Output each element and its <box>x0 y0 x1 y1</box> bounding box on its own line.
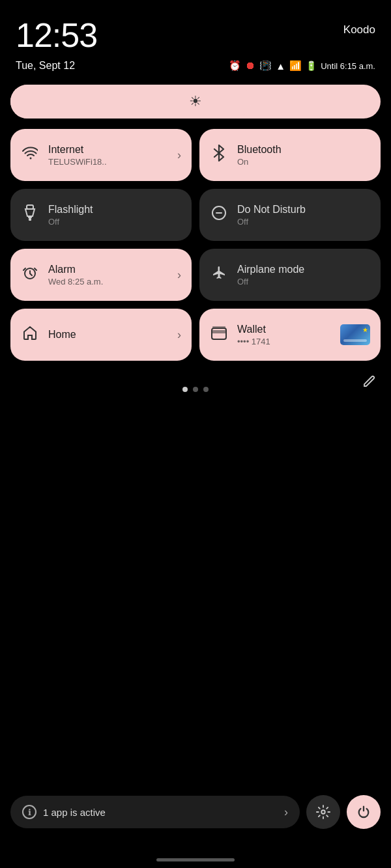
tile-flashlight[interactable]: Flashlight Off <box>10 189 192 241</box>
svg-rect-2 <box>28 216 32 218</box>
dot-1 <box>182 387 188 392</box>
flashlight-title: Flashlight <box>48 203 181 216</box>
dnd-text: Do Not Disturb Off <box>237 203 370 227</box>
wallet-subtitle: •••• 1741 <box>237 337 331 346</box>
wifi-icon <box>21 145 39 165</box>
alarm-title: Alarm <box>48 263 168 275</box>
tile-alarm[interactable]: Alarm Wed 8:25 a.m. › <box>10 249 192 301</box>
bluetooth-title: Bluetooth <box>237 143 370 156</box>
time-display: 12:53 <box>16 18 97 52</box>
bluetooth-icon <box>210 145 228 165</box>
carrier-name: Koodo <box>343 23 375 36</box>
pagination-row <box>0 374 391 392</box>
tile-home[interactable]: Home › <box>10 309 192 361</box>
brightness-track[interactable]: ☀ <box>10 85 381 119</box>
home-title: Home <box>48 328 168 341</box>
battery-icon: 🔋 <box>306 61 317 71</box>
vibrate-icon: 📳 <box>259 60 272 72</box>
active-app-chevron: › <box>284 805 288 819</box>
alarm-icon <box>21 265 39 285</box>
active-app-text: 1 app is active <box>43 807 278 818</box>
internet-text: Internet TELUSWiFi18.. <box>48 143 168 167</box>
airplane-subtitle: Off <box>237 277 370 287</box>
bluetooth-subtitle: On <box>237 157 370 167</box>
wallet-title: Wallet <box>237 323 331 335</box>
brightness-slider-container[interactable]: ☀ <box>10 85 381 119</box>
info-icon: ℹ <box>22 805 36 819</box>
wallet-card-image: ★ <box>340 324 370 345</box>
tile-airplane[interactable]: Airplane mode Off <box>199 249 381 301</box>
dnd-icon <box>210 205 228 225</box>
home-chevron: › <box>177 328 181 342</box>
flashlight-subtitle: Off <box>48 217 181 227</box>
flashlight-text: Flashlight Off <box>48 203 181 227</box>
settings-button[interactable] <box>306 795 340 829</box>
dot-3 <box>203 387 209 392</box>
internet-subtitle: TELUSWiFi18.. <box>48 157 168 167</box>
pagination-dots <box>182 387 209 392</box>
wifi-status-icon: ▲ <box>276 61 285 72</box>
svg-rect-3 <box>29 218 31 221</box>
date-row: Tue, Sept 12 ⏰ ⏺ 📳 ▲ 📶 🔋 Until 6:15 a.m. <box>0 57 391 72</box>
svg-rect-7 <box>212 328 226 339</box>
dnd-title: Do Not Disturb <box>237 203 370 216</box>
wallet-icon <box>210 326 228 344</box>
active-app-pill[interactable]: ℹ 1 app is active › <box>10 796 300 828</box>
wallet-card-star: ★ <box>362 326 368 333</box>
airplane-title: Airplane mode <box>237 263 370 275</box>
bluetooth-text: Bluetooth On <box>237 143 370 167</box>
home-icon <box>21 325 39 344</box>
signal-icon: 📶 <box>289 60 302 72</box>
quick-tiles-grid: Internet TELUSWiFi18.. › Bluetooth On F <box>0 119 391 361</box>
dnd-subtitle: Off <box>237 217 370 227</box>
brightness-fill <box>10 85 251 119</box>
svg-point-9 <box>321 810 325 814</box>
internet-chevron: › <box>177 148 181 162</box>
status-bar: 12:53 Koodo <box>0 0 391 57</box>
alarm-subtitle: Wed 8:25 a.m. <box>48 277 168 287</box>
clock: 12:53 <box>16 18 97 52</box>
status-icons: ⏰ ⏺ 📳 ▲ 📶 🔋 Until 6:15 a.m. <box>229 60 375 72</box>
tile-dnd[interactable]: Do Not Disturb Off <box>199 189 381 241</box>
home-text: Home <box>48 328 168 341</box>
airplane-icon <box>210 265 228 285</box>
carrier-display: Koodo <box>343 18 375 36</box>
battery-text: Until 6:15 a.m. <box>321 61 375 71</box>
airplane-text: Airplane mode Off <box>237 263 370 287</box>
alarm-status-icon: ⏰ <box>229 60 241 72</box>
record-icon: ⏺ <box>245 60 255 72</box>
svg-rect-8 <box>212 330 226 333</box>
svg-point-0 <box>30 158 32 160</box>
tile-bluetooth[interactable]: Bluetooth On <box>199 129 381 181</box>
power-button[interactable] <box>347 795 381 829</box>
dot-2 <box>193 387 198 392</box>
alarm-text: Alarm Wed 8:25 a.m. <box>48 263 168 287</box>
alarm-chevron: › <box>177 268 181 282</box>
internet-title: Internet <box>48 143 168 156</box>
edit-icon[interactable] <box>362 375 375 391</box>
flashlight-icon <box>21 204 39 225</box>
date-display: Tue, Sept 12 <box>16 60 75 72</box>
home-indicator <box>156 858 235 861</box>
tile-internet[interactable]: Internet TELUSWiFi18.. › <box>10 129 192 181</box>
brightness-icon: ☀ <box>189 93 202 110</box>
wallet-text: Wallet •••• 1741 <box>237 323 331 346</box>
tile-wallet[interactable]: Wallet •••• 1741 ★ <box>199 309 381 361</box>
bottom-bar: ℹ 1 app is active › <box>10 795 381 829</box>
